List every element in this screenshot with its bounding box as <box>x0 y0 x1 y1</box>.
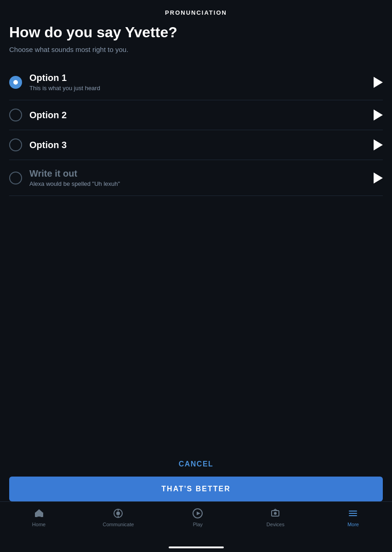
option-1-label: Option 1 <box>29 73 100 83</box>
option-3-row[interactable]: Option 3 <box>9 130 383 160</box>
write-it-out-radio[interactable] <box>9 172 22 184</box>
option-3-left: Option 3 <box>9 138 374 151</box>
option-2-play-icon[interactable] <box>374 109 383 121</box>
nav-communicate-label: Communicate <box>103 522 134 527</box>
nav-item-play[interactable]: Play <box>184 507 211 527</box>
svg-point-11 <box>274 512 277 515</box>
nav-more-label: More <box>347 522 359 527</box>
page-title: PRONUNCIATION <box>0 0 392 23</box>
write-it-out-play-icon[interactable] <box>374 172 383 184</box>
option-2-text-block: Option 2 <box>29 110 67 121</box>
option-1-text-block: Option 1 This is what you just heard <box>29 73 100 92</box>
svg-rect-2 <box>40 512 43 517</box>
svg-point-5 <box>116 512 120 515</box>
write-it-out-left: Write it out Alexa would be spelled "Uh … <box>9 168 374 187</box>
write-it-out-sublabel: Alexa would be spelled "Uh lexuh" <box>29 180 120 187</box>
option-3-play-icon[interactable] <box>374 139 383 150</box>
more-icon <box>347 507 359 519</box>
nav-item-devices[interactable]: Devices <box>261 507 289 527</box>
confirm-button[interactable]: THAT'S BETTER <box>9 477 383 501</box>
option-1-row[interactable]: Option 1 This is what you just heard <box>9 64 383 100</box>
option-1-left: Option 1 This is what you just heard <box>9 73 374 92</box>
devices-icon <box>269 507 281 519</box>
write-it-out-text-block: Write it out Alexa would be spelled "Uh … <box>29 168 120 187</box>
option-3-text-block: Option 3 <box>29 140 67 150</box>
bottom-actions: CANCEL THAT'S BETTER <box>0 454 392 501</box>
question-title: How do you say Yvette? <box>9 23 383 41</box>
write-it-out-row[interactable]: Write it out Alexa would be spelled "Uh … <box>9 160 383 196</box>
nav-item-communicate[interactable]: Communicate <box>103 507 134 527</box>
svg-marker-9 <box>197 512 200 515</box>
option-1-sublabel: This is what you just heard <box>29 85 100 92</box>
option-2-radio[interactable] <box>9 109 22 121</box>
home-indicator <box>169 546 224 548</box>
cancel-button[interactable]: CANCEL <box>9 454 383 475</box>
option-3-radio[interactable] <box>9 138 22 151</box>
nav-devices-label: Devices <box>267 522 284 527</box>
main-content: How do you say Yvette? Choose what sound… <box>0 23 392 196</box>
option-3-label: Option 3 <box>29 140 67 150</box>
question-subtitle: Choose what sounds most right to you. <box>9 46 383 53</box>
nav-item-more[interactable]: More <box>339 507 367 527</box>
svg-rect-3 <box>38 512 40 517</box>
option-1-play-icon[interactable] <box>374 77 383 88</box>
svg-rect-12 <box>349 511 357 512</box>
option-1-radio[interactable] <box>9 76 22 89</box>
play-nav-icon <box>192 507 204 519</box>
nav-play-label: Play <box>193 522 203 527</box>
svg-rect-13 <box>349 513 357 514</box>
home-icon <box>33 507 45 519</box>
write-it-out-label: Write it out <box>29 168 120 179</box>
nav-item-home[interactable]: Home <box>25 507 53 527</box>
svg-rect-1 <box>35 512 38 517</box>
bottom-nav: Home Communicate Play <box>0 501 392 552</box>
option-2-left: Option 2 <box>9 109 374 121</box>
option-2-label: Option 2 <box>29 110 67 121</box>
option-2-row[interactable]: Option 2 <box>9 100 383 130</box>
nav-home-label: Home <box>32 522 45 527</box>
svg-rect-14 <box>349 515 357 516</box>
communicate-icon <box>112 507 124 519</box>
